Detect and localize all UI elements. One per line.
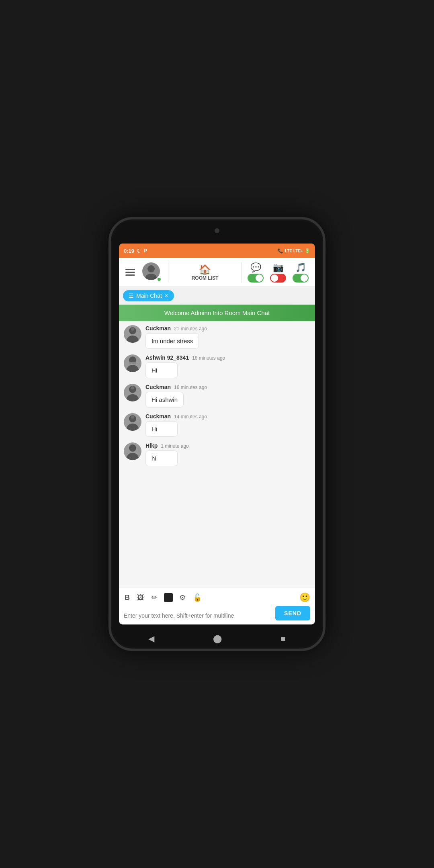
lte-icon: LTE LTE+ — [285, 249, 303, 253]
menu-line — [125, 274, 135, 276]
message-bubble: hi — [145, 450, 178, 466]
pencil-button[interactable]: ✏ — [151, 592, 158, 603]
message-header: Ashwin 92_8341 18 minutes ago — [145, 354, 310, 361]
camera-icon: 💬 — [250, 262, 261, 273]
chat-message: Cuckman 21 minutes ago Im under stress — [124, 325, 310, 349]
user-avatar[interactable] — [142, 262, 162, 283]
message-time: 21 minutes ago — [174, 326, 207, 332]
svg-point-0 — [147, 265, 155, 272]
phone-screen: 0:19 ☾ P 📞 LTE LTE+ 🔋 — [119, 244, 315, 624]
message-header: Cuckman 16 minutes ago — [145, 384, 310, 390]
home-icon: 🏠 — [199, 264, 211, 275]
chat-wrapper: 🏠 ROOM LIST 💬 📷 🎵 — [119, 258, 315, 624]
status-bar: 0:19 ☾ P 📞 LTE LTE+ 🔋 — [119, 244, 315, 258]
message-bubble: Im under stress — [145, 333, 199, 349]
svg-point-9 — [131, 416, 134, 419]
svg-rect-5 — [129, 362, 136, 364]
settings-button[interactable]: ⚙ — [178, 592, 186, 603]
input-toolbar: B 🖼 ✏ ⚙ 🔓 🙂 — [124, 592, 310, 603]
room-tab-name: Main Chat — [136, 293, 162, 299]
nav-divider2 — [242, 262, 242, 283]
message-input[interactable] — [124, 611, 272, 620]
message-content: Hlkp 1 minute ago hi — [145, 442, 310, 466]
svg-point-7 — [131, 386, 134, 389]
avatar-silhouette — [124, 384, 141, 401]
send-button[interactable]: SEND — [275, 606, 310, 620]
message-header: Cuckman 21 minutes ago — [145, 325, 310, 332]
input-row: SEND — [124, 606, 310, 620]
avatar-silhouette — [124, 413, 141, 431]
online-indicator — [157, 277, 162, 282]
message-content: Ashwin 92_8341 18 minutes ago Hi — [145, 354, 310, 378]
status-time: 0:19 — [124, 248, 134, 254]
lock-button[interactable]: 🔓 — [192, 592, 203, 603]
recents-button[interactable]: ■ — [281, 634, 286, 643]
message-avatar — [124, 442, 141, 460]
toggle-knob — [256, 274, 263, 282]
camera-toggle-item: 💬 — [244, 262, 267, 283]
image-button[interactable]: 🖼 — [136, 593, 145, 603]
message-username: Cuckman — [145, 384, 171, 390]
message-username: Hlkp — [145, 442, 158, 449]
svg-point-1 — [145, 274, 157, 280]
message-avatar — [124, 413, 141, 431]
chat-message: Cuckman 14 minutes ago Hi — [124, 413, 310, 437]
chat-message: Hlkp 1 minute ago hi — [124, 442, 310, 466]
avatar-silhouette — [124, 354, 141, 372]
p-icon: P — [144, 248, 147, 254]
top-nav: 🏠 ROOM LIST 💬 📷 🎵 — [119, 258, 315, 287]
avatar-silhouette — [124, 325, 141, 343]
menu-line — [125, 269, 135, 270]
phone-frame: 0:19 ☾ P 📞 LTE LTE+ 🔋 — [108, 217, 326, 651]
message-avatar — [124, 354, 141, 372]
svg-point-10 — [129, 444, 136, 452]
room-tab-main-chat[interactable]: ☰ Main Chat ✕ — [123, 290, 174, 301]
phone-camera — [215, 228, 219, 233]
message-username: Cuckman — [145, 325, 171, 332]
home-button[interactable]: ⬤ — [213, 634, 222, 643]
welcome-banner: Welcome Adminn Into Room Main Chat — [119, 305, 315, 321]
status-right: 📞 LTE LTE+ 🔋 — [278, 248, 310, 254]
color-swatch[interactable] — [164, 593, 173, 602]
message-header: Cuckman 14 minutes ago — [145, 413, 310, 420]
room-list-button[interactable]: 🏠 ROOM LIST — [171, 264, 239, 281]
message-time: 18 minutes ago — [192, 355, 225, 361]
music-toggle-item: 🎵 — [289, 262, 312, 283]
music-toggle[interactable] — [293, 274, 309, 283]
chat-message: Ashwin 92_8341 18 minutes ago Hi — [124, 354, 310, 378]
message-bubble: Hi — [145, 362, 178, 378]
room-list-label: ROOM LIST — [192, 275, 219, 281]
room-tab-icon: ☰ — [129, 293, 134, 299]
nav-divider — [168, 262, 168, 283]
svg-point-3 — [131, 328, 134, 331]
webcam-icon: 📷 — [273, 262, 284, 273]
message-bubble: Hi — [145, 421, 178, 437]
mic-toggle-item: 📷 — [267, 262, 289, 283]
back-button[interactable]: ◀ — [148, 634, 154, 643]
message-content: Cuckman 21 minutes ago Im under stress — [145, 325, 310, 349]
status-left: 0:19 ☾ P — [124, 248, 147, 254]
chat-message: Cuckman 16 minutes ago Hi ashwin — [124, 384, 310, 407]
toggle-knob2 — [271, 274, 278, 282]
room-tab-bar: ☰ Main Chat ✕ — [119, 287, 315, 305]
moon-icon: ☾ — [137, 248, 141, 254]
battery-icon: 🔋 — [305, 248, 310, 254]
chat-area[interactable]: Cuckman 21 minutes ago Im under stress — [119, 321, 315, 588]
room-tab-close[interactable]: ✕ — [164, 293, 168, 299]
message-bubble: Hi ashwin — [145, 392, 184, 407]
bold-button[interactable]: B — [124, 593, 131, 603]
avatar-silhouette — [124, 442, 141, 460]
message-avatar — [124, 325, 141, 343]
phone-icon: 📞 — [278, 248, 283, 254]
emoji-button[interactable]: 🙂 — [299, 592, 310, 603]
menu-button[interactable] — [122, 266, 142, 279]
camera-toggle[interactable] — [248, 274, 264, 283]
music-icon: 🎵 — [295, 262, 306, 273]
mic-toggle[interactable] — [270, 274, 286, 283]
message-avatar — [124, 384, 141, 401]
message-username: Cuckman — [145, 413, 171, 420]
toggle-knob3 — [301, 274, 308, 282]
message-username: Ashwin 92_8341 — [145, 354, 189, 361]
message-time: 16 minutes ago — [174, 385, 207, 390]
message-time: 1 minute ago — [161, 443, 188, 449]
